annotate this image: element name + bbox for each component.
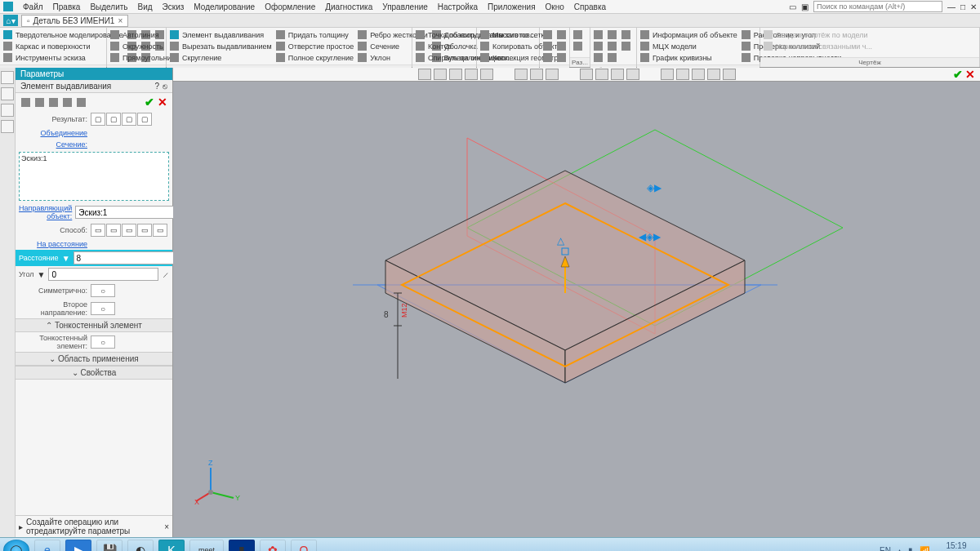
surface-button[interactable]: Каркас и поверхности xyxy=(2,41,123,51)
autoline-button[interactable]: Автолиния xyxy=(109,29,175,40)
result-mode[interactable]: ▢ xyxy=(106,113,121,126)
props-section[interactable]: ⌄ Свойства xyxy=(16,366,172,380)
vt-button[interactable] xyxy=(707,69,720,80)
thin-section[interactable]: ⌃ Тонкостенный элемент xyxy=(16,318,172,332)
vt-button[interactable] xyxy=(480,69,493,80)
round-button[interactable]: Скругление xyxy=(169,52,272,63)
cancel-button[interactable]: ✕ xyxy=(158,96,167,109)
vt-button[interactable] xyxy=(514,69,528,80)
maximize-button[interactable]: □ xyxy=(960,2,965,11)
symmetric-toggle[interactable]: ○ xyxy=(91,284,115,297)
vt-button[interactable] xyxy=(595,69,608,80)
pin-icon[interactable]: ⎋ xyxy=(163,82,167,91)
vt-button[interactable] xyxy=(449,69,462,80)
note-icon[interactable] xyxy=(594,53,603,62)
command-search-input[interactable] xyxy=(813,1,942,12)
model-view[interactable]: ◈▶ ◀◈▶ △ 8 M12 xyxy=(173,81,980,538)
sketch-tools-button[interactable]: Инструменты эскиза xyxy=(2,52,123,63)
note-icon[interactable] xyxy=(594,30,603,39)
dim-icon[interactable] xyxy=(573,42,582,51)
fullround-button[interactable]: Полное скругление xyxy=(275,52,354,63)
scope-section[interactable]: ⌄ Область применения xyxy=(16,352,172,366)
vt-button[interactable] xyxy=(546,69,559,80)
menu-settings[interactable]: Настройка xyxy=(438,2,478,11)
tool-icon[interactable] xyxy=(21,98,30,107)
vt-button[interactable] xyxy=(611,69,624,80)
close-button[interactable]: ✕ xyxy=(970,2,977,11)
vt-button[interactable] xyxy=(692,69,705,80)
vt-button[interactable] xyxy=(723,69,736,80)
note-icon[interactable] xyxy=(608,42,617,51)
axis-triad[interactable]: Z Y X xyxy=(194,455,243,504)
layout2-icon[interactable]: ▣ xyxy=(801,2,808,11)
menu-manage[interactable]: Управление xyxy=(382,2,428,11)
minimize-button[interactable]: — xyxy=(947,2,956,11)
close-tab-icon[interactable]: × xyxy=(118,16,122,25)
extrude-button[interactable]: Элемент выдавливания xyxy=(169,29,272,40)
rail-button[interactable] xyxy=(1,104,14,117)
thin-toggle[interactable]: ○ xyxy=(91,335,115,349)
aux-icon[interactable] xyxy=(543,42,552,51)
clock[interactable]: 15:1929.10.2021 xyxy=(936,541,977,551)
dir2-toggle[interactable]: ○ xyxy=(91,302,115,315)
menu-model[interactable]: Моделирование xyxy=(194,2,255,11)
network-icon[interactable]: ▮ xyxy=(908,546,913,552)
chrome-icon[interactable]: ◐ xyxy=(127,540,154,551)
note-icon[interactable] xyxy=(608,53,617,62)
tool-icon[interactable] xyxy=(77,98,86,107)
method-mode[interactable]: ▭ xyxy=(137,224,152,237)
help-icon[interactable]: ? xyxy=(154,82,159,91)
rail-button[interactable] xyxy=(1,87,14,100)
menu-file[interactable]: Файл xyxy=(23,2,43,11)
meet-button[interactable]: meet xyxy=(189,540,224,551)
section-label[interactable]: Сечение: xyxy=(19,140,87,149)
note-icon[interactable] xyxy=(594,42,603,51)
viewport[interactable]: ✔ ✕ ◈▶ ◀◈▶ △ xyxy=(173,68,980,537)
menu-select[interactable]: Выделить xyxy=(90,2,127,11)
aux-icon[interactable] xyxy=(557,30,566,39)
note-icon[interactable] xyxy=(621,42,630,51)
dir-object-input[interactable] xyxy=(75,206,185,219)
dist-mode-label[interactable]: На расстояние xyxy=(19,240,87,248)
result-mode[interactable]: ▢ xyxy=(137,113,152,126)
rail-button[interactable] xyxy=(1,120,14,133)
aux-icon[interactable] xyxy=(543,30,552,39)
opera-icon[interactable]: O xyxy=(291,540,317,551)
note-icon[interactable] xyxy=(608,30,617,39)
app-icon[interactable]: ✿ xyxy=(260,540,286,551)
home-button[interactable]: ⌂▾ xyxy=(3,15,18,26)
vt-button[interactable] xyxy=(465,69,478,80)
aux-icon[interactable] xyxy=(557,42,566,51)
start-button[interactable]: ◯ xyxy=(3,540,29,551)
tray-chevron-icon[interactable]: ▴ xyxy=(898,546,902,552)
vt-button[interactable] xyxy=(530,69,543,80)
solid-modeling-button[interactable]: Твердотельное моделирование xyxy=(2,29,123,40)
dim-icon[interactable] xyxy=(573,30,582,39)
document-tab[interactable]: ▫ Деталь БЕЗ ИМЕНИ1 × xyxy=(21,15,128,27)
menu-window[interactable]: Окно xyxy=(546,2,564,11)
lang-indicator[interactable]: EN xyxy=(880,546,891,552)
rail-button[interactable] xyxy=(1,71,14,84)
aux-icon[interactable] xyxy=(557,53,566,62)
menu-help[interactable]: Справка xyxy=(574,2,606,11)
method-mode[interactable]: ▭ xyxy=(153,224,167,237)
result-mode[interactable]: ▢ xyxy=(122,113,136,126)
curvature-button[interactable]: График кривизны xyxy=(639,52,737,63)
menu-view[interactable]: Вид xyxy=(138,2,153,11)
kompas-icon[interactable]: K xyxy=(158,540,185,551)
cut-button[interactable]: Вырезать выдавливанием xyxy=(169,41,272,51)
union-label[interactable]: Объединение xyxy=(19,129,87,137)
thicken-button[interactable]: Придать толщину xyxy=(275,29,354,40)
volume-icon[interactable]: 📶 xyxy=(920,546,929,552)
apply-button[interactable]: ✔ xyxy=(145,96,154,109)
method-mode[interactable]: ▭ xyxy=(91,224,105,237)
wmp-icon[interactable]: ▶ xyxy=(65,540,91,551)
close-hint-icon[interactable]: × xyxy=(164,522,169,531)
menu-sketch[interactable]: Эскиз xyxy=(163,2,185,11)
menu-format[interactable]: Оформление xyxy=(265,2,315,11)
tool-icon[interactable] xyxy=(63,98,72,107)
ie-icon[interactable]: e xyxy=(34,540,60,551)
distance-input[interactable] xyxy=(74,251,184,264)
menu-edit[interactable]: Правка xyxy=(53,2,81,11)
result-mode[interactable]: ▢ xyxy=(91,113,105,126)
